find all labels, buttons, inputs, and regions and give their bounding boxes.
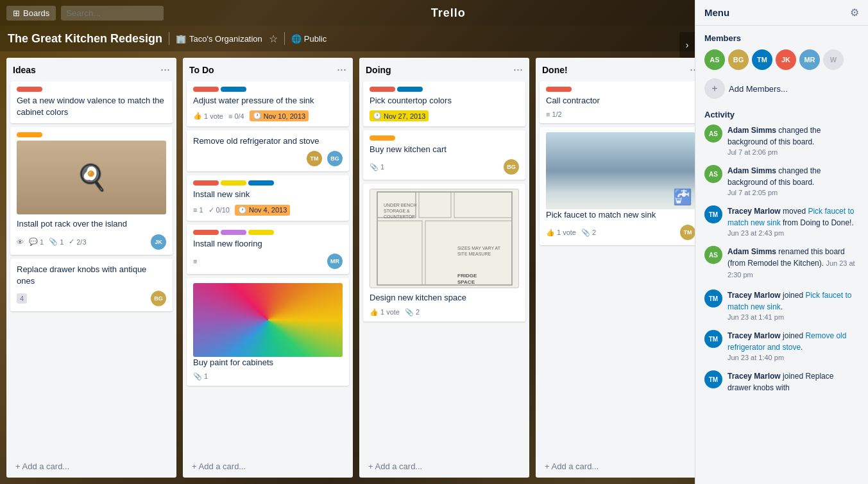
list-todo-menu[interactable]: ··· xyxy=(337,63,346,76)
list-todo-title: To Do xyxy=(189,65,214,75)
card-member-avatar: JK xyxy=(151,234,166,250)
board-title: The Great Kitchen Redesign xyxy=(8,32,162,46)
meta-votes: 👍1 vote xyxy=(546,229,576,237)
svg-text:FRIDGE: FRIDGE xyxy=(457,273,477,279)
globe-icon: 🌐 xyxy=(291,34,302,44)
label-red xyxy=(193,87,219,92)
card-title: Install new sink xyxy=(193,189,343,200)
list-todo-add: + Add a card... xyxy=(183,455,353,478)
search-input[interactable] xyxy=(61,6,164,21)
activity-avatar: TM xyxy=(704,330,722,348)
card-title: Pick countertop colors xyxy=(370,95,519,107)
card-pick-faucet[interactable]: 🚰 Pick faucet to match new sink 👍1 vote … xyxy=(540,127,702,245)
board-visibility[interactable]: 🌐 Public xyxy=(291,34,327,44)
card-meta: ≡1/2 xyxy=(546,110,695,118)
header-divider xyxy=(169,32,169,45)
activity-text: Adam Simms changed the background of thi… xyxy=(728,125,859,148)
board-org[interactable]: 🏢 Taco's Organization xyxy=(176,34,262,44)
activity-content: Tracey Marlow joined Remove old refriger… xyxy=(728,330,859,361)
svg-text:SIZES MAY VARY AT: SIZES MAY VARY AT xyxy=(457,246,501,250)
meta-eye: 👁 xyxy=(17,238,24,246)
org-icon: 🏢 xyxy=(176,34,186,44)
meta-checklist: ✓2/3 xyxy=(69,238,86,246)
card-install-flooring[interactable]: Install new flooring ≡ MR xyxy=(187,225,349,274)
boards-icon: ⊞ xyxy=(13,8,20,18)
activity-time: Jun 23 at 2:43 pm xyxy=(728,229,859,237)
meta-due: 🕐Nov 10, 2013 xyxy=(250,110,309,121)
add-card-button[interactable]: + Add a card... xyxy=(188,459,348,474)
list-doing-menu[interactable]: ··· xyxy=(513,63,523,76)
plan-image: UNDER BENCH STORAGE & COUNTERTOP SIZES M… xyxy=(370,189,519,288)
member-bobby[interactable]: BG xyxy=(728,49,749,70)
card-meta: 4 BG xyxy=(17,291,166,306)
card-buy-paint[interactable]: Buy paint for cabinets 📎1 xyxy=(187,278,349,386)
member-w[interactable]: W xyxy=(823,49,844,70)
activity-item: TM Tracey Marlow joined Remove old refri… xyxy=(704,330,859,361)
list-doing-cards: Pick countertop colors 🕐Nov 27, 2013 Buy… xyxy=(359,82,529,455)
member-jk[interactable]: JK xyxy=(776,49,796,70)
card-title: Call contractor xyxy=(546,95,695,107)
add-member-label: Add Members... xyxy=(729,84,788,94)
card-meta: ≡ MR xyxy=(193,254,343,269)
members-section: Members AS BG TM JK MR W + Add Members..… xyxy=(695,26,868,110)
member-adam[interactable]: AS xyxy=(704,49,725,70)
card-title: Buy paint for cabinets xyxy=(193,357,343,368)
card-design-kitchen[interactable]: UNDER BENCH STORAGE & COUNTERTOP SIZES M… xyxy=(363,184,525,321)
list-ideas: Ideas ··· Get a new window valence to ma… xyxy=(6,58,176,478)
activity-item: TM Tracey Marlow joined Pick faucet to m… xyxy=(704,290,859,321)
label-red xyxy=(193,230,219,235)
card-buy-kitchen-cart[interactable]: Buy new kitchen cart 📎1 BG xyxy=(363,130,525,180)
label-orange xyxy=(370,135,395,141)
svg-text:SITE MEASURE: SITE MEASURE xyxy=(457,252,491,256)
sidebar-close-button[interactable]: ⚙ xyxy=(850,6,859,19)
activity-text: Tracey Marlow moved Pick faucet to match… xyxy=(728,205,859,229)
card-pot-rack[interactable]: Install pot rack over the island 👁 💬1 📎1… xyxy=(10,127,173,254)
card-pick-countertop[interactable]: Pick countertop colors 🕐Nov 27, 2013 xyxy=(363,82,525,126)
sidebar-header: Menu ⚙ xyxy=(695,0,868,26)
star-button[interactable]: ☆ xyxy=(269,33,278,45)
card-title: Install pot rack over the island xyxy=(17,218,166,230)
card-title: Get a new window valence to match the ca… xyxy=(17,95,166,118)
activity-content: Tracey Marlow moved Pick faucet to match… xyxy=(728,205,859,237)
card-title: Replace drawer knobs with antique ones xyxy=(17,264,166,287)
label-red xyxy=(370,87,395,92)
meta-due: 🕐Nov 27, 2013 xyxy=(370,110,429,121)
meta-checklist1: ≡1 xyxy=(193,206,203,214)
add-card-button[interactable]: + Add a card... xyxy=(364,459,524,474)
activity-text: Tracey Marlow joined Remove old refriger… xyxy=(728,330,859,353)
pans-image xyxy=(17,141,166,214)
card-call-contractor[interactable]: Call contractor ≡1/2 xyxy=(540,82,702,123)
boards-button[interactable]: ⊞ Boards xyxy=(6,6,56,21)
card-drawer-knobs[interactable]: Replace drawer knobs with antique ones 4… xyxy=(10,259,173,311)
card-member-avatar: MR xyxy=(327,254,343,269)
card-remove-refrigerator[interactable]: Remove old refrigerator and stove TM BG xyxy=(187,130,349,171)
card-title: Adjust water pressure of the sink xyxy=(193,95,343,107)
card-member-avatar: BG xyxy=(504,159,519,175)
activity-item: AS Adam Simms changed the background of … xyxy=(704,165,859,196)
list-todo-cards: Adjust water pressure of the sink 👍1 vot… xyxy=(183,82,353,455)
kitchen-plan-svg: UNDER BENCH STORAGE & COUNTERTOP SIZES M… xyxy=(374,189,515,288)
add-card-button[interactable]: + Add a card... xyxy=(541,459,701,474)
list-ideas-menu[interactable]: ··· xyxy=(160,63,170,76)
add-member-icon: + xyxy=(704,78,725,99)
card-title: Install new flooring xyxy=(193,238,343,250)
activity-text: Adam Simms changed the background of thi… xyxy=(728,165,859,188)
card-meta: 👍1 vote 📎2 TM xyxy=(546,225,695,240)
add-member-button[interactable]: + Add Members... xyxy=(704,75,859,102)
sidebar-title: Menu xyxy=(704,7,729,18)
list-done-title: Done! xyxy=(542,65,568,75)
card-window-valence[interactable]: Get a new window valence to match the ca… xyxy=(10,82,173,123)
card-install-sink[interactable]: Install new sink ≡1 ✓0/10 🕐Nov 4, 2013 xyxy=(187,175,349,220)
meta-votes: 👍1 vote xyxy=(370,308,400,316)
card-water-pressure[interactable]: Adjust water pressure of the sink 👍1 vot… xyxy=(187,82,349,126)
member-tracey[interactable]: TM xyxy=(752,49,772,70)
label-red xyxy=(17,87,42,92)
sidebar-toggle[interactable]: › xyxy=(679,32,695,58)
meta-checklist: ≡1/2 xyxy=(546,110,562,118)
svg-text:UNDER BENCH: UNDER BENCH xyxy=(384,203,416,207)
add-card-button[interactable]: + Add a card... xyxy=(12,459,171,474)
member-mr[interactable]: MR xyxy=(799,49,820,70)
members-list: AS BG TM JK MR W xyxy=(704,49,859,70)
card-meta: 👍1 vote 📎2 xyxy=(370,308,519,316)
activity-content: Tracey Marlow joined Replace drawer knob… xyxy=(728,370,859,393)
